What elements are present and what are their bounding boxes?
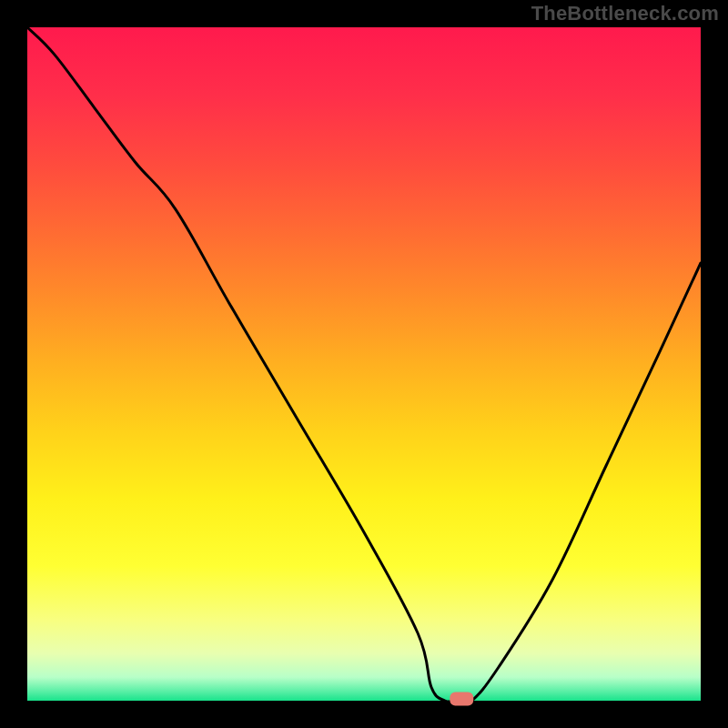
bottleneck-plot (0, 0, 728, 728)
chart-frame: TheBottleneck.com (0, 0, 728, 728)
optimum-marker (450, 693, 473, 706)
plot-background (27, 27, 701, 701)
